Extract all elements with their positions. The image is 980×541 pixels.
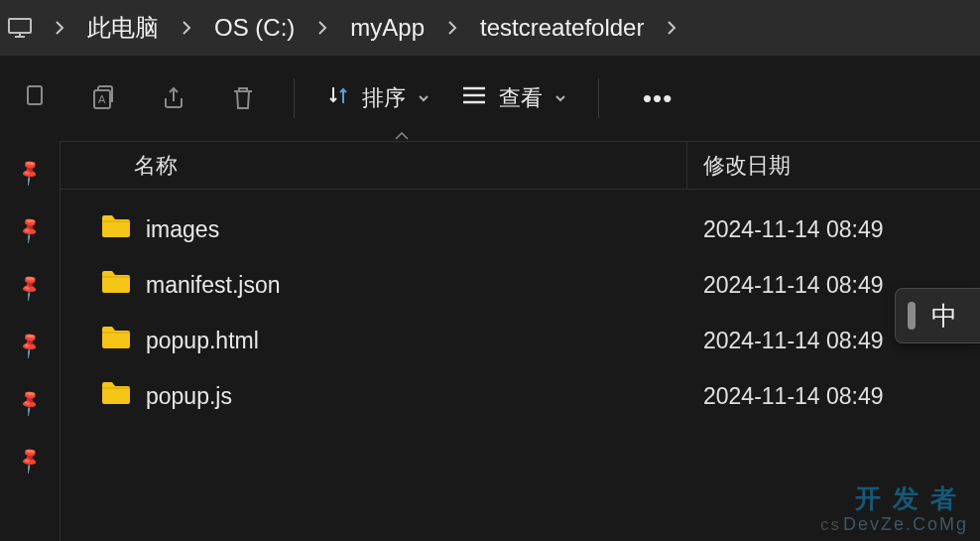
list-item[interactable]: popup.html 2024-11-14 08:49 <box>61 313 980 368</box>
ime-mode: 中 <box>931 299 957 334</box>
watermark-line1: 开发者 <box>820 481 968 516</box>
file-modified: 2024-11-14 08:49 <box>687 216 884 243</box>
chevron-right-icon[interactable] <box>652 20 691 36</box>
pin-icon[interactable]: 📌 <box>15 445 46 475</box>
ime-drag-handle[interactable] <box>908 302 916 330</box>
chevron-down-icon <box>418 91 429 105</box>
sort-label: 排序 <box>362 83 406 113</box>
watermark-line2: DevZe.CoMg <box>843 514 968 534</box>
pin-icon[interactable]: 📌 <box>15 387 46 418</box>
breadcrumb-item-current[interactable]: testcreatefolder <box>472 14 652 42</box>
breadcrumb-item-root[interactable]: 此电脑 <box>79 12 167 44</box>
quick-access-sidebar: 📌 📌 📌 📌 📌 📌 <box>0 141 60 541</box>
chevron-right-icon[interactable] <box>303 20 342 36</box>
file-list: images 2024-11-14 08:49 manifest.json 20… <box>61 190 980 424</box>
folder-icon <box>100 269 132 301</box>
file-modified: 2024-11-14 08:49 <box>687 383 884 410</box>
sort-button[interactable]: 排序 <box>310 83 445 113</box>
pin-icon[interactable]: 📌 <box>15 214 46 245</box>
file-modified: 2024-11-14 08:49 <box>687 328 884 354</box>
pin-icon[interactable]: 📌 <box>15 157 46 188</box>
more-button[interactable]: ••• <box>615 83 700 114</box>
file-name: popup.js <box>146 383 232 410</box>
cut-icon <box>0 70 69 126</box>
ime-indicator[interactable]: 中 <box>895 288 980 343</box>
view-button[interactable]: 查看 <box>445 83 582 113</box>
list-item[interactable]: images 2024-11-14 08:49 <box>61 202 980 257</box>
column-headers: 名称 修改日期 <box>61 142 980 190</box>
delete-icon <box>208 70 278 126</box>
column-name[interactable]: 名称 <box>61 142 687 189</box>
chevron-right-icon[interactable] <box>167 20 206 36</box>
toolbar-divider <box>598 78 599 118</box>
file-modified: 2024-11-14 08:49 <box>687 272 884 299</box>
svg-rect-0 <box>9 19 31 33</box>
sort-indicator-icon <box>394 128 410 144</box>
pc-icon[interactable] <box>0 17 40 39</box>
column-modified[interactable]: 修改日期 <box>687 151 791 181</box>
chevron-right-icon[interactable] <box>432 20 472 36</box>
sort-icon <box>326 83 350 113</box>
chevron-down-icon <box>554 91 566 105</box>
list-item[interactable]: popup.js 2024-11-14 08:49 <box>61 368 980 424</box>
file-name: manifest.json <box>146 272 281 299</box>
breadcrumb-item-folder[interactable]: myApp <box>342 14 432 42</box>
view-label: 查看 <box>499 83 543 113</box>
toolbar-divider <box>294 78 295 118</box>
share-icon <box>139 70 208 126</box>
copy-icon: A <box>69 70 139 126</box>
view-icon <box>461 85 487 111</box>
watermark-prefix: cs <box>820 515 841 534</box>
breadcrumb-item-drive[interactable]: OS (C:) <box>206 14 303 42</box>
svg-rect-3 <box>28 86 42 104</box>
file-name: images <box>146 216 219 243</box>
file-name: popup.html <box>146 328 259 354</box>
pin-icon[interactable]: 📌 <box>15 272 46 303</box>
svg-text:A: A <box>98 93 106 105</box>
breadcrumb: 此电脑 OS (C:) myApp testcreatefolder <box>0 0 980 56</box>
chevron-right-icon[interactable] <box>40 20 79 36</box>
toolbar: A 排序 查看 <box>0 56 980 141</box>
folder-icon <box>100 380 132 412</box>
folder-icon <box>100 325 132 356</box>
folder-icon <box>100 213 132 245</box>
pin-icon[interactable]: 📌 <box>15 330 46 360</box>
watermark: 开发者 csDevZe.CoMg <box>820 481 968 535</box>
list-item[interactable]: manifest.json 2024-11-14 08:49 <box>61 257 980 313</box>
